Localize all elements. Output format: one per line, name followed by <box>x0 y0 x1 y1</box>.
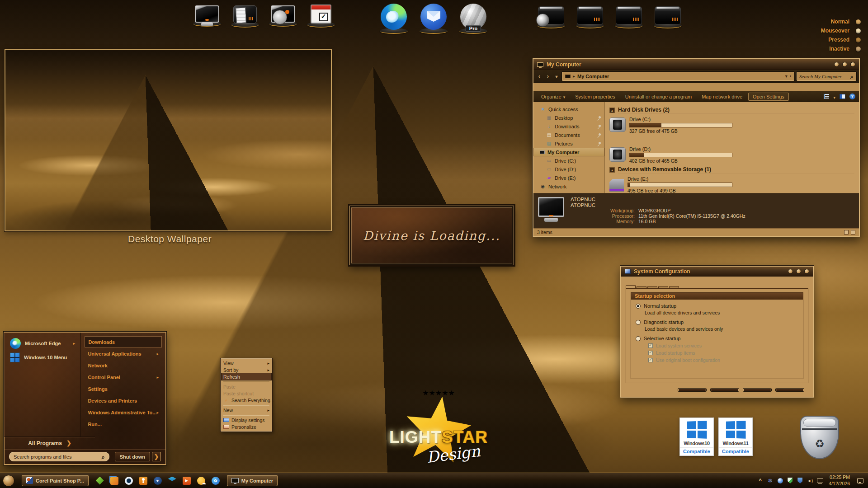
maximize-button[interactable] <box>796 269 801 274</box>
context-menu-item-view[interactable]: View <box>222 360 271 366</box>
desktop-icon-computer-icon[interactable] <box>192 4 222 38</box>
recent-locations-button[interactable] <box>553 73 560 80</box>
start-menu-item-control-panel[interactable]: Control Panel <box>85 371 162 383</box>
all-programs-button[interactable]: All Programs <box>5 437 95 449</box>
address-dropdown-icon[interactable] <box>785 74 788 79</box>
address-field[interactable]: ▸ My Computer <box>562 72 794 81</box>
collapse-group-button[interactable] <box>609 167 615 173</box>
desktop-icon-folder-icon[interactable] <box>653 4 683 38</box>
taskbar-app-folders-icon[interactable] <box>110 477 118 485</box>
taskbar-app-media-player-icon[interactable] <box>183 477 191 485</box>
shutdown-options-button[interactable] <box>152 452 161 461</box>
button-help[interactable] <box>776 389 804 391</box>
back-button[interactable] <box>536 73 542 80</box>
drive-tile-drive-c[interactable]: Drive (C:) 327 GB free of 475 GB <box>609 117 732 134</box>
sidebar-item-documents[interactable]: ▤ Documents <box>533 131 604 139</box>
sidebar-item-drive-c[interactable]: ▭ Drive (C:) <box>533 156 604 165</box>
taskbar-app-contacts-icon[interactable] <box>139 477 147 485</box>
context-menu-item-refresh[interactable]: Refresh <box>222 373 271 380</box>
tray-volume-icon[interactable] <box>807 478 813 484</box>
forward-button[interactable] <box>545 73 551 80</box>
thumbnail-view-toggle-icon[interactable] <box>851 230 855 235</box>
start-search-input[interactable] <box>14 454 102 460</box>
context-menu-item-personalize[interactable]: Personalize <box>222 423 271 430</box>
start-menu-app-windows-10-menu[interactable]: Windows 10 Menu <box>7 351 78 364</box>
desktop-icon-google-earth-pro-icon[interactable]: Pro <box>458 4 488 38</box>
button-ok[interactable] <box>678 389 706 391</box>
button-apply[interactable] <box>743 389 771 391</box>
change-view-icon[interactable] <box>824 94 829 99</box>
toolbar-button-organize[interactable]: Organize <box>537 93 569 100</box>
sidebar-item-drive-e[interactable]: ▰ Drive (E:) <box>533 174 604 182</box>
sidebar-item-network[interactable]: ◉ Network <box>533 182 604 191</box>
search-box[interactable] <box>797 72 856 81</box>
list-view-toggle-icon[interactable] <box>844 230 849 235</box>
action-center-icon[interactable] <box>857 478 863 483</box>
sidebar-item-my-computer[interactable]: My Computer <box>533 148 604 156</box>
toolbar-button-system-properties[interactable]: System properties <box>571 93 619 100</box>
taskbar-app-opera-icon[interactable] <box>125 477 133 485</box>
sidebar-item-downloads[interactable]: ↓ Downloads <box>533 122 604 131</box>
close-button[interactable] <box>850 62 855 67</box>
tray-network-tray-icon[interactable] <box>817 478 823 484</box>
radio-option[interactable]: Normal startup <box>631 301 803 309</box>
desktop-icon-documents-icon[interactable] <box>230 4 260 38</box>
start-menu-item-downloads[interactable]: Downloads <box>85 336 162 347</box>
desktop-icon-folder-icon[interactable] <box>614 4 644 38</box>
tray-orb-icon[interactable] <box>777 478 783 484</box>
context-menu-item-new[interactable]: New <box>222 407 271 413</box>
titlebar[interactable]: My Computer <box>533 59 859 70</box>
help-icon[interactable]: ? <box>849 94 855 99</box>
desktop-icon-edge-icon[interactable] <box>379 4 409 38</box>
radio-option[interactable]: Selective startup <box>631 333 803 341</box>
toolbar-button-open-settings[interactable]: Open Settings <box>748 93 789 101</box>
start-menu-item-windows-administrative-to[interactable]: Windows Administrative To... <box>85 407 162 418</box>
taskbar-task-my-computer[interactable]: My Computer <box>227 475 278 486</box>
taskbar-app-photos-icon[interactable] <box>212 477 220 485</box>
taskbar-app-layers-icon[interactable] <box>168 477 176 485</box>
taskbar-app-weather-icon[interactable] <box>197 477 205 485</box>
sidebar-item-drive-d[interactable]: ▭ Drive (D:) <box>533 165 604 174</box>
button-cancel[interactable] <box>711 389 739 391</box>
context-menu-item-search-everything[interactable]: ⌕ Search Everything... <box>222 397 271 404</box>
minimize-button[interactable] <box>788 269 793 274</box>
start-search-box[interactable] <box>9 452 109 461</box>
preview-pane-icon[interactable] <box>840 94 845 99</box>
tray-hidden-icons-chevron[interactable] <box>757 478 763 484</box>
clock[interactable]: 02:25 PM 4/12/2026 <box>827 474 851 487</box>
tray-snowflake-icon[interactable] <box>767 478 773 484</box>
start-menu-item-devices-and-printers[interactable]: Devices and Printers <box>85 395 162 406</box>
toolbar-button-uninstall-or-change-a-program[interactable]: Uninstall or change a program <box>621 93 696 100</box>
start-menu-item-network[interactable]: Network <box>85 360 162 371</box>
sidebar-item-quick-access[interactable]: ★ Quick access <box>533 105 604 113</box>
close-button[interactable] <box>804 269 809 274</box>
context-menu-item-sort-by[interactable]: Sort by <box>222 366 271 373</box>
drive-tile-drive-e[interactable]: Drive (E:) 495 GB free of 499 GB <box>609 176 732 193</box>
radio-option[interactable]: Diagnostic startup <box>631 317 803 325</box>
context-menu-item-display-settings[interactable]: Display settings <box>222 417 271 423</box>
tab-general[interactable] <box>626 285 636 288</box>
start-menu-item-settings[interactable]: Settings <box>85 383 162 394</box>
titlebar[interactable]: System Configuration <box>621 267 813 277</box>
desktop-icon-thunderbird-icon[interactable] <box>419 4 448 38</box>
taskbar-app-compass-icon[interactable] <box>154 477 162 485</box>
start-menu-app-microsoft-edge[interactable]: Microsoft Edge <box>7 336 78 351</box>
shutdown-button[interactable]: Shut down <box>115 452 150 461</box>
go-button[interactable] <box>790 74 791 79</box>
maximize-button[interactable] <box>842 62 847 67</box>
view-dropdown-icon[interactable] <box>833 93 835 101</box>
minimize-button[interactable] <box>834 62 839 67</box>
recycle-bin-icon[interactable]: ♻ <box>795 416 844 465</box>
desktop-icon-folder-icon[interactable] <box>575 4 605 38</box>
toolbar-button-map-network-drive[interactable]: Map network drive <box>698 93 746 100</box>
search-input[interactable] <box>799 74 850 79</box>
start-menu-item-universal-applications[interactable]: Universal Applications <box>85 348 162 359</box>
collapse-group-button[interactable] <box>609 108 615 113</box>
desktop-icon-satellite-icon[interactable] <box>268 4 298 38</box>
start-button[interactable] <box>3 475 14 487</box>
sidebar-item-desktop[interactable]: ▦ Desktop <box>533 113 604 122</box>
taskbar-app-wallet-icon[interactable] <box>96 477 104 485</box>
start-menu-item-run[interactable]: Run... <box>85 418 162 430</box>
tray-shield-green-icon[interactable] <box>787 478 793 484</box>
desktop-icon-network-folder-icon[interactable] <box>536 4 566 38</box>
